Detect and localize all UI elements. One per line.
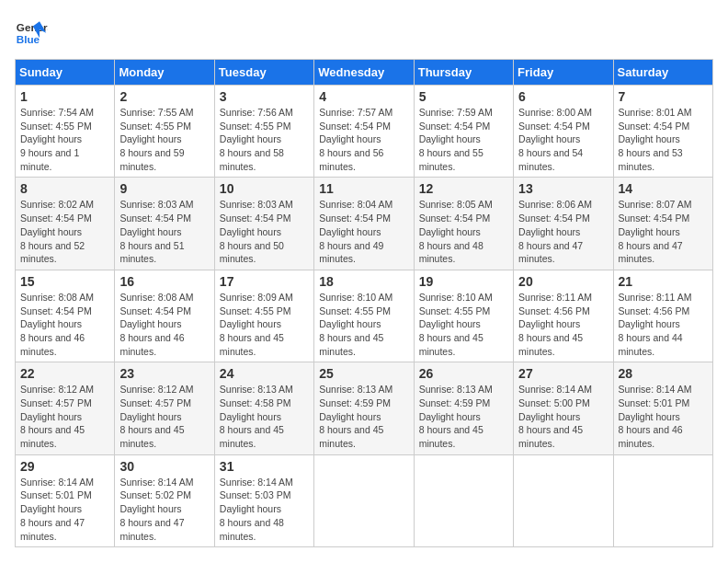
day-info: Sunrise: 7:56 AM Sunset: 4:55 PM Dayligh… [220, 106, 309, 173]
day-info: Sunrise: 7:55 AM Sunset: 4:55 PM Dayligh… [119, 106, 209, 173]
day-info: Sunrise: 8:07 AM Sunset: 4:54 PM Dayligh… [619, 198, 708, 265]
day-number: 22 [20, 366, 109, 381]
day-info: Sunrise: 8:06 AM Sunset: 4:54 PM Dayligh… [518, 198, 608, 265]
day-number: 20 [518, 274, 608, 289]
day-number: 12 [419, 181, 508, 196]
day-info: Sunrise: 7:54 AM Sunset: 4:55 PM Dayligh… [20, 106, 109, 173]
day-info: Sunrise: 8:00 AM Sunset: 4:54 PM Dayligh… [518, 106, 608, 173]
day-info: Sunrise: 8:03 AM Sunset: 4:54 PM Dayligh… [220, 198, 309, 265]
calendar-cell: 28 Sunrise: 8:14 AM Sunset: 5:01 PM Dayl… [613, 362, 712, 454]
calendar-cell: 17 Sunrise: 8:09 AM Sunset: 4:55 PM Dayl… [214, 270, 313, 362]
day-number: 26 [419, 366, 508, 381]
day-number: 10 [220, 181, 309, 196]
calendar-cell: 20 Sunrise: 8:11 AM Sunset: 4:56 PM Dayl… [514, 270, 613, 362]
calendar-table: SundayMondayTuesdayWednesdayThursdayFrid… [15, 59, 713, 547]
day-number: 23 [119, 366, 209, 381]
day-info: Sunrise: 7:59 AM Sunset: 4:54 PM Dayligh… [419, 106, 508, 173]
weekday-header-friday: Friday [514, 60, 613, 86]
calendar-cell: 23 Sunrise: 8:12 AM Sunset: 4:57 PM Dayl… [115, 362, 214, 454]
weekday-header-thursday: Thursday [414, 60, 513, 86]
day-info: Sunrise: 8:08 AM Sunset: 4:54 PM Dayligh… [20, 291, 109, 358]
calendar-header-row: SundayMondayTuesdayWednesdayThursdayFrid… [16, 60, 713, 86]
logo-icon: General Blue [15, 15, 48, 48]
calendar-cell: 6 Sunrise: 8:00 AM Sunset: 4:54 PM Dayli… [514, 86, 613, 178]
day-info: Sunrise: 8:11 AM Sunset: 4:56 PM Dayligh… [518, 291, 608, 358]
calendar-cell: 7 Sunrise: 8:01 AM Sunset: 4:54 PM Dayli… [613, 86, 712, 178]
day-info: Sunrise: 8:12 AM Sunset: 4:57 PM Dayligh… [119, 383, 209, 450]
day-number: 25 [319, 366, 408, 381]
day-number: 21 [619, 274, 708, 289]
calendar-body: 1 Sunrise: 7:54 AM Sunset: 4:55 PM Dayli… [16, 86, 713, 547]
calendar-cell: 12 Sunrise: 8:05 AM Sunset: 4:54 PM Dayl… [414, 178, 513, 270]
day-info: Sunrise: 8:14 AM Sunset: 5:02 PM Dayligh… [119, 476, 209, 543]
calendar-cell: 13 Sunrise: 8:06 AM Sunset: 4:54 PM Dayl… [514, 178, 613, 270]
calendar-cell: 3 Sunrise: 7:56 AM Sunset: 4:55 PM Dayli… [214, 86, 313, 178]
day-number: 28 [619, 366, 708, 381]
day-info: Sunrise: 8:12 AM Sunset: 4:57 PM Dayligh… [20, 383, 109, 450]
day-info: Sunrise: 7:57 AM Sunset: 4:54 PM Dayligh… [319, 106, 408, 173]
day-number: 29 [20, 459, 109, 474]
day-info: Sunrise: 8:11 AM Sunset: 4:56 PM Dayligh… [619, 291, 708, 358]
calendar-week-5: 29 Sunrise: 8:14 AM Sunset: 5:01 PM Dayl… [16, 454, 713, 546]
calendar-cell [514, 454, 613, 546]
calendar-week-2: 8 Sunrise: 8:02 AM Sunset: 4:54 PM Dayli… [16, 178, 713, 270]
calendar-cell: 11 Sunrise: 8:04 AM Sunset: 4:54 PM Dayl… [314, 178, 414, 270]
day-info: Sunrise: 8:03 AM Sunset: 4:54 PM Dayligh… [119, 198, 209, 265]
day-info: Sunrise: 8:10 AM Sunset: 4:55 PM Dayligh… [419, 291, 508, 358]
day-number: 6 [518, 89, 608, 104]
calendar-cell: 19 Sunrise: 8:10 AM Sunset: 4:55 PM Dayl… [414, 270, 513, 362]
calendar-cell: 31 Sunrise: 8:14 AM Sunset: 5:03 PM Dayl… [214, 454, 313, 546]
day-info: Sunrise: 8:05 AM Sunset: 4:54 PM Dayligh… [419, 198, 508, 265]
day-info: Sunrise: 8:13 AM Sunset: 4:59 PM Dayligh… [419, 383, 508, 450]
calendar-cell: 29 Sunrise: 8:14 AM Sunset: 5:01 PM Dayl… [16, 454, 115, 546]
calendar-cell: 24 Sunrise: 8:13 AM Sunset: 4:58 PM Dayl… [214, 362, 313, 454]
day-number: 5 [419, 89, 508, 104]
day-info: Sunrise: 8:04 AM Sunset: 4:54 PM Dayligh… [319, 198, 408, 265]
day-info: Sunrise: 8:01 AM Sunset: 4:54 PM Dayligh… [619, 106, 708, 173]
day-number: 17 [220, 274, 309, 289]
calendar-cell: 15 Sunrise: 8:08 AM Sunset: 4:54 PM Dayl… [16, 270, 115, 362]
day-number: 18 [319, 274, 408, 289]
calendar-cell: 9 Sunrise: 8:03 AM Sunset: 4:54 PM Dayli… [115, 178, 214, 270]
calendar-cell: 1 Sunrise: 7:54 AM Sunset: 4:55 PM Dayli… [16, 86, 115, 178]
day-number: 8 [20, 181, 109, 196]
day-number: 16 [119, 274, 209, 289]
day-info: Sunrise: 8:09 AM Sunset: 4:55 PM Dayligh… [220, 291, 309, 358]
day-info: Sunrise: 8:02 AM Sunset: 4:54 PM Dayligh… [20, 198, 109, 265]
day-info: Sunrise: 8:14 AM Sunset: 5:01 PM Dayligh… [619, 383, 708, 450]
day-number: 4 [319, 89, 408, 104]
weekday-header-monday: Monday [115, 60, 214, 86]
day-number: 1 [20, 89, 109, 104]
day-number: 3 [220, 89, 309, 104]
calendar-cell [314, 454, 414, 546]
calendar-cell [613, 454, 712, 546]
calendar-cell: 26 Sunrise: 8:13 AM Sunset: 4:59 PM Dayl… [414, 362, 513, 454]
day-info: Sunrise: 8:14 AM Sunset: 5:00 PM Dayligh… [518, 383, 608, 450]
weekday-header-tuesday: Tuesday [214, 60, 313, 86]
day-info: Sunrise: 8:13 AM Sunset: 4:59 PM Dayligh… [319, 383, 408, 450]
calendar-cell: 30 Sunrise: 8:14 AM Sunset: 5:02 PM Dayl… [115, 454, 214, 546]
day-number: 30 [119, 459, 209, 474]
calendar-cell: 4 Sunrise: 7:57 AM Sunset: 4:54 PM Dayli… [314, 86, 414, 178]
day-number: 11 [319, 181, 408, 196]
day-info: Sunrise: 8:08 AM Sunset: 4:54 PM Dayligh… [119, 291, 209, 358]
day-number: 2 [119, 89, 209, 104]
weekday-header-saturday: Saturday [613, 60, 712, 86]
day-number: 15 [20, 274, 109, 289]
day-number: 7 [619, 89, 708, 104]
day-number: 24 [220, 366, 309, 381]
weekday-header-wednesday: Wednesday [314, 60, 414, 86]
day-number: 14 [619, 181, 708, 196]
svg-text:Blue: Blue [17, 33, 40, 45]
calendar-cell: 14 Sunrise: 8:07 AM Sunset: 4:54 PM Dayl… [613, 178, 712, 270]
calendar-cell: 10 Sunrise: 8:03 AM Sunset: 4:54 PM Dayl… [214, 178, 313, 270]
logo: General Blue [15, 15, 48, 48]
day-info: Sunrise: 8:10 AM Sunset: 4:55 PM Dayligh… [319, 291, 408, 358]
day-info: Sunrise: 8:13 AM Sunset: 4:58 PM Dayligh… [220, 383, 309, 450]
calendar-cell: 21 Sunrise: 8:11 AM Sunset: 4:56 PM Dayl… [613, 270, 712, 362]
calendar-cell: 5 Sunrise: 7:59 AM Sunset: 4:54 PM Dayli… [414, 86, 513, 178]
calendar-cell: 25 Sunrise: 8:13 AM Sunset: 4:59 PM Dayl… [314, 362, 414, 454]
day-number: 19 [419, 274, 508, 289]
page-header: General Blue [15, 15, 713, 48]
calendar-cell: 8 Sunrise: 8:02 AM Sunset: 4:54 PM Dayli… [16, 178, 115, 270]
